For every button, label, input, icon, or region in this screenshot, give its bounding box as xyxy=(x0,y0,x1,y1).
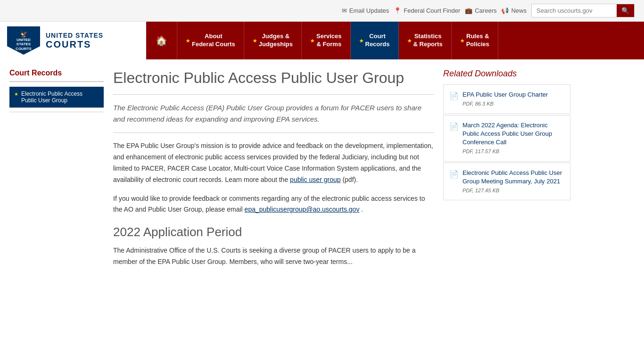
intro-text: The Electronic Public Access (EPA) Publi… xyxy=(113,102,434,125)
news-link[interactable]: 📢 News xyxy=(501,7,527,14)
nav-court-records[interactable]: ★ Court Records xyxy=(351,22,399,59)
email-icon: ✉ xyxy=(342,7,347,14)
search-button[interactable]: 🔍 xyxy=(617,4,634,17)
page-body: Electronic Public Access Public User Gro… xyxy=(113,69,434,275)
logo-area: 🦅 UNITED STATESCOURTS UNITED STATES COUR… xyxy=(0,22,146,59)
nav-about[interactable]: ★ About Federal Courts xyxy=(177,22,244,59)
pdf-icon: 📄 xyxy=(449,169,459,180)
nav-judges[interactable]: ★ Judges & Judgeships xyxy=(244,22,302,59)
main-nav: 🏠 ★ About Federal Courts ★ Judges & Judg… xyxy=(146,22,644,59)
related-downloads-title: Related Downloads xyxy=(443,69,570,79)
download-label-1: March 2022 Agenda: Electronic Public Acc… xyxy=(462,121,564,147)
sidebar: Court Records ★ Electronic Public Access… xyxy=(9,69,104,275)
star-icon: ★ xyxy=(14,91,18,97)
logo-line1: UNITED STATES xyxy=(46,32,103,39)
pdf-icon: 📄 xyxy=(449,91,459,101)
download-size-2: PDF, 127.45 KB xyxy=(462,187,564,194)
news-label: News xyxy=(511,7,527,14)
star-icon: ★ xyxy=(253,38,257,44)
download-link-0[interactable]: 📄 EPA Public User Group Charter PDF, 86.… xyxy=(449,90,564,108)
top-bar: ✉ Email Updates 📍 Federal Court Finder 💼… xyxy=(0,0,644,22)
sidebar-item-label: Electronic Public Access Public User Gro… xyxy=(21,90,99,104)
section-heading: 2022 Application Period xyxy=(113,225,434,239)
download-label-2: Electronic Public Access Public User Gro… xyxy=(462,169,564,186)
sidebar-title: Court Records xyxy=(9,69,104,82)
email-updates-label: Email Updates xyxy=(349,7,389,14)
star-icon: ★ xyxy=(310,38,314,44)
megaphone-icon: 📢 xyxy=(501,7,509,14)
search-box: 🔍 xyxy=(531,4,635,17)
nav-rules[interactable]: ★ Rules & Policies xyxy=(452,22,498,59)
page-title: Electronic Public Access Public User Gro… xyxy=(113,69,434,87)
sidebar-item-epa[interactable]: ★ Electronic Public Access Public User G… xyxy=(9,87,104,108)
search-input[interactable] xyxy=(532,5,617,16)
nav-statistics[interactable]: ★ Statistics & Reports xyxy=(399,22,452,59)
download-size-1: PDF, 117.57 KB xyxy=(462,148,564,155)
briefcase-icon: 💼 xyxy=(465,7,472,14)
download-item-2: 📄 Electronic Public Access Public User G… xyxy=(443,163,570,201)
download-link-1[interactable]: 📄 March 2022 Agenda: Electronic Public A… xyxy=(449,121,564,156)
divider-mid xyxy=(113,132,434,133)
download-item-0: 📄 EPA Public User Group Charter PDF, 86.… xyxy=(443,84,570,114)
body-paragraph-2: If you would like to provide feedback or… xyxy=(113,193,434,216)
star-icon: ★ xyxy=(359,38,363,44)
federal-court-finder-label: Federal Court Finder xyxy=(404,7,460,14)
main-content: Court Records ★ Electronic Public Access… xyxy=(0,59,644,285)
star-icon: ★ xyxy=(407,38,412,44)
download-link-2[interactable]: 📄 Electronic Public Access Public User G… xyxy=(449,169,564,195)
star-icon: ★ xyxy=(186,38,190,44)
logo-shield: 🦅 UNITED STATESCOURTS xyxy=(7,26,40,55)
nav-services[interactable]: ★ Services & Forms xyxy=(302,22,351,59)
download-label-0: EPA Public User Group Charter xyxy=(462,90,548,99)
location-icon: 📍 xyxy=(394,7,401,14)
header: 🦅 UNITED STATESCOURTS UNITED STATES COUR… xyxy=(0,22,644,59)
star-icon: ★ xyxy=(460,38,464,44)
careers-link[interactable]: 💼 Careers xyxy=(465,7,496,14)
download-size-0: PDF, 86.3 KB xyxy=(462,100,548,107)
public-user-group-link[interactable]: public user group xyxy=(290,176,340,183)
logo[interactable]: 🦅 UNITED STATESCOURTS UNITED STATES COUR… xyxy=(7,26,103,55)
logo-line2: COURTS xyxy=(46,39,103,50)
careers-label: Careers xyxy=(475,7,496,14)
nav-home[interactable]: 🏠 xyxy=(146,22,177,59)
federal-court-finder-link[interactable]: 📍 Federal Court Finder xyxy=(394,7,460,14)
divider-top xyxy=(113,94,434,95)
body-paragraph-1: The EPA Public User Group's mission is t… xyxy=(113,140,434,185)
email-link[interactable]: epa_publicusergroup@ao.uscourts.gov xyxy=(245,206,360,213)
section-body: The Administrative Office of the U.S. Co… xyxy=(113,245,434,268)
right-panel: Related Downloads 📄 EPA Public User Grou… xyxy=(443,69,570,275)
pdf-icon: 📄 xyxy=(449,122,459,132)
email-updates-link[interactable]: ✉ Email Updates xyxy=(342,7,389,14)
download-item-1: 📄 March 2022 Agenda: Electronic Public A… xyxy=(443,115,570,162)
